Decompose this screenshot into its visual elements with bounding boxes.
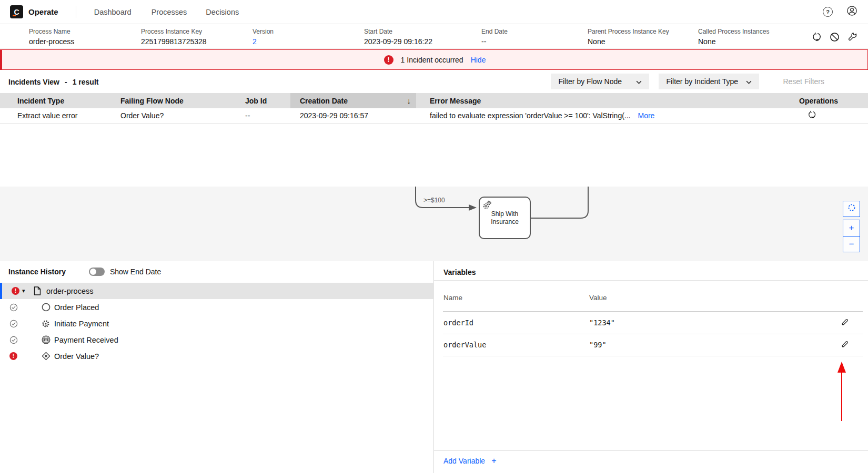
retry-incident-button[interactable] bbox=[808, 110, 816, 121]
incident-banner-icon: ! bbox=[384, 55, 393, 65]
retry-instance-button[interactable] bbox=[812, 32, 822, 44]
completed-check-icon bbox=[9, 303, 18, 312]
zoom-in-button[interactable]: + bbox=[843, 220, 860, 236]
nav-divider bbox=[76, 6, 76, 18]
chevron-down-icon bbox=[746, 77, 752, 86]
tree-row-initiate-payment[interactable]: Initiate Payment bbox=[0, 315, 434, 332]
edit-variable-button[interactable] bbox=[841, 318, 849, 328]
variables-title: Variables bbox=[443, 268, 476, 276]
divider bbox=[443, 356, 863, 356]
top-navigation: C Operate Dashboard Processes Decisions … bbox=[0, 0, 868, 24]
variable-row-orderId: orderId "1234" bbox=[434, 312, 868, 334]
version-link[interactable]: 2 bbox=[253, 37, 274, 47]
nav-item-dashboard[interactable]: Dashboard bbox=[94, 8, 132, 16]
hide-incidents-link[interactable]: Hide bbox=[471, 56, 486, 64]
incidents-table: Incident Type Failing Flow Node Job Id C… bbox=[0, 93, 868, 124]
col-failing-flow-node[interactable]: Failing Flow Node bbox=[103, 97, 228, 105]
incidents-view-title: Incidents View-1 result bbox=[8, 78, 98, 86]
completed-check-icon bbox=[9, 320, 18, 328]
error-message-more-link[interactable]: More bbox=[638, 111, 655, 120]
variables-col-value: Value bbox=[589, 294, 607, 302]
divider bbox=[434, 280, 868, 281]
chevron-down-icon bbox=[636, 77, 642, 86]
tree-row-payment-received[interactable]: Payment Received bbox=[0, 332, 434, 348]
service-task-gear-icon bbox=[42, 320, 50, 328]
reset-diagram-zoom-button[interactable] bbox=[843, 201, 860, 217]
col-incident-type[interactable]: Incident Type bbox=[0, 97, 103, 105]
tree-item-label: Order Value? bbox=[54, 352, 99, 361]
tree-item-label: Initiate Payment bbox=[54, 320, 109, 328]
tree-item-label: Payment Received bbox=[54, 336, 118, 344]
variable-name: orderId bbox=[443, 318, 473, 327]
start-event-icon bbox=[42, 303, 51, 312]
variable-row-orderValue: orderValue "99" bbox=[434, 334, 868, 356]
field-end-date: End Date -- bbox=[481, 28, 508, 47]
process-diagram-panel: >=$100 Ship With Insurance + bbox=[0, 187, 868, 261]
job-id-cell: -- bbox=[228, 111, 290, 120]
nav-item-decisions[interactable]: Decisions bbox=[206, 8, 239, 16]
instance-history-panel: Instance History Show End Date ! ▾ order… bbox=[0, 261, 434, 473]
pencil-icon bbox=[841, 320, 849, 328]
tree-row-order-value[interactable]: ! Order Value? bbox=[0, 348, 434, 364]
sequence-flow-arrowhead bbox=[469, 204, 477, 211]
incidents-table-header: Incident Type Failing Flow Node Job Id C… bbox=[0, 93, 868, 108]
field-process-instance-key: Process Instance Key 2251799813725328 bbox=[141, 28, 207, 47]
sequence-flow-label: >=$100 bbox=[423, 197, 445, 204]
variables-panel: Variables Name Value orderId "1234" ord bbox=[434, 261, 868, 473]
instance-history-title: Instance History bbox=[8, 268, 66, 276]
instance-header: ! Process Name order-process Process Ins… bbox=[0, 25, 868, 48]
pencil-icon bbox=[841, 342, 849, 350]
variable-value: "99" bbox=[589, 341, 607, 349]
tree-row-order-placed[interactable]: Order Placed bbox=[0, 299, 434, 315]
incident-banner: ! 1 Incident occurred Hide bbox=[0, 49, 868, 70]
service-task-gears-icon bbox=[482, 200, 492, 212]
variable-name: orderValue bbox=[443, 341, 486, 349]
operate-instance-page: C Operate Dashboard Processes Decisions … bbox=[0, 0, 868, 473]
variables-col-name: Name bbox=[443, 294, 462, 302]
show-end-date-toggle[interactable] bbox=[89, 268, 105, 276]
wrench-icon bbox=[847, 32, 857, 44]
col-operations: Operations bbox=[789, 97, 868, 105]
instance-history-tree: ! ▾ order-process bbox=[0, 283, 434, 364]
exclusive-gateway-icon bbox=[42, 352, 51, 361]
col-creation-date[interactable]: Creation Date ↓ bbox=[290, 93, 416, 108]
incident-row[interactable]: Extract value error Order Value? -- 2023… bbox=[0, 108, 868, 124]
user-profile-icon[interactable] bbox=[846, 5, 857, 18]
edit-variable-button[interactable] bbox=[841, 340, 849, 350]
zoom-out-button[interactable]: − bbox=[843, 236, 860, 252]
field-parent-process-instance-key: Parent Process Instance Key None bbox=[588, 28, 669, 47]
variable-value: "1234" bbox=[589, 318, 615, 327]
incidents-result-count: 1 result bbox=[73, 78, 99, 86]
field-version: Version 2 bbox=[253, 28, 274, 47]
creation-date-cell: 2023-09-29 09:16:57 bbox=[290, 111, 416, 120]
filter-by-flow-node-dropdown[interactable]: Filter by Flow Node bbox=[551, 74, 649, 89]
tree-item-label: Order Placed bbox=[54, 303, 99, 312]
add-variable-button[interactable]: Add Variable + bbox=[443, 456, 496, 466]
retry-icon bbox=[812, 32, 822, 44]
sort-descending-icon: ↓ bbox=[407, 96, 411, 105]
reset-filters-button[interactable]: Reset Filters bbox=[783, 77, 824, 86]
camunda-logo: C bbox=[10, 5, 23, 18]
field-start-date: Start Date 2023-09-29 09:16:22 bbox=[364, 28, 432, 47]
col-error-message: Error Message bbox=[416, 97, 789, 105]
diagram-zoom-controls: + − bbox=[843, 201, 860, 252]
reset-zoom-icon bbox=[847, 203, 856, 214]
incident-state-icon: ! bbox=[12, 287, 19, 295]
error-message-cell: failed to evaluate expression 'orderValu… bbox=[416, 111, 789, 120]
incident-state-icon: ! bbox=[9, 352, 17, 360]
col-job-id[interactable]: Job Id bbox=[228, 97, 290, 105]
modify-instance-button[interactable] bbox=[847, 32, 857, 44]
caret-down-icon[interactable]: ▾ bbox=[22, 287, 25, 294]
cancel-instance-button[interactable] bbox=[830, 32, 840, 44]
nav-item-processes[interactable]: Processes bbox=[152, 8, 187, 16]
completed-check-icon bbox=[9, 336, 18, 344]
help-icon[interactable]: ? bbox=[823, 7, 833, 17]
filter-by-incident-type-dropdown[interactable]: Filter by Incident Type bbox=[659, 74, 759, 89]
field-called-process-instances: Called Process Instances None bbox=[698, 28, 769, 47]
message-catch-event-icon bbox=[42, 335, 51, 344]
retry-icon bbox=[808, 110, 816, 121]
app-title: Operate bbox=[28, 7, 58, 16]
tree-row-order-process[interactable]: ! ▾ order-process bbox=[0, 283, 434, 299]
bpmn-task-ship-with-insurance[interactable]: Ship With Insurance bbox=[479, 197, 531, 239]
field-process-name: Process Name order-process bbox=[29, 28, 74, 47]
